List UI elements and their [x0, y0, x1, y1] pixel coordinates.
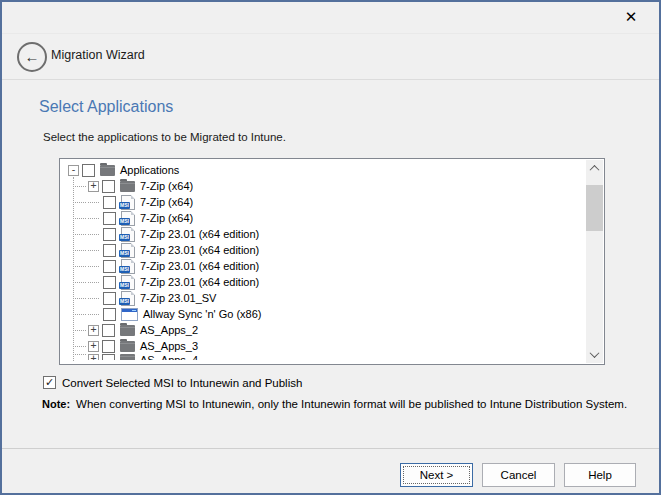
- tree-connector: [73, 186, 86, 187]
- tree-connector: [73, 218, 86, 219]
- tree-row[interactable]: + AS_Apps_2: [62, 322, 585, 338]
- tree-item-label: AS_Apps_2: [140, 324, 198, 336]
- expander-box: [88, 266, 99, 267]
- tree-item-checkbox[interactable]: [103, 260, 116, 273]
- wizard-header: ← Migration Wizard: [2, 34, 659, 80]
- collapse-minus-icon[interactable]: -: [68, 165, 79, 176]
- tree-item-checkbox[interactable]: [102, 324, 115, 337]
- tree-row[interactable]: 7-Zip 23.01 (x64 edition): [62, 242, 585, 258]
- tree-item-label: Allway Sync 'n' Go (x86): [143, 308, 262, 320]
- instruction-text: Select the applications to be Migrated t…: [43, 131, 286, 143]
- checkmark-icon: ✓: [45, 377, 54, 388]
- tree-item-checkbox[interactable]: [103, 244, 116, 257]
- tree-row[interactable]: 7-Zip 23.01 (x64 edition): [62, 226, 585, 242]
- chevron-down-icon: [590, 348, 600, 358]
- scroll-up-button[interactable]: [586, 160, 603, 177]
- msi-icon: [121, 211, 135, 226]
- page-title: Select Applications: [39, 98, 173, 116]
- expand-plus-icon[interactable]: +: [88, 354, 99, 360]
- tree-item-label: 7-Zip (x64): [140, 196, 193, 208]
- tree-connector: [73, 298, 86, 299]
- wizard-title: Migration Wizard: [51, 48, 145, 62]
- tree-item-checkbox[interactable]: [102, 354, 115, 360]
- scroll-down-button[interactable]: [586, 346, 603, 363]
- folder-icon: [120, 325, 135, 336]
- tree-row[interactable]: - Applications: [62, 162, 585, 178]
- tree-connector: [73, 282, 86, 283]
- button-bar-separator: [2, 448, 659, 449]
- tree-item-checkbox[interactable]: [103, 196, 116, 209]
- expander-box: [88, 298, 99, 299]
- folder-icon: [120, 354, 135, 360]
- close-button[interactable]: ✕: [615, 4, 647, 30]
- msi-icon: [121, 195, 135, 210]
- tree-item-label: 7-Zip (x64): [140, 180, 193, 192]
- msi-icon: [121, 243, 135, 258]
- expand-plus-icon[interactable]: +: [88, 325, 99, 336]
- tree-item-checkbox[interactable]: [103, 228, 116, 241]
- convert-checkbox[interactable]: ✓: [43, 376, 56, 389]
- tree-row[interactable]: 7-Zip (x64): [62, 210, 585, 226]
- convert-checkbox-label[interactable]: Convert Selected MSI to Intunewin and Pu…: [62, 377, 302, 389]
- tree-item-checkbox[interactable]: [102, 340, 115, 353]
- migration-wizard-window: ✕ ← Migration Wizard Select Applications…: [0, 0, 661, 495]
- expander-box: [88, 282, 99, 283]
- tree-item-checkbox[interactable]: [103, 292, 116, 305]
- tree-connector: [73, 314, 86, 315]
- tree-item-label: 7-Zip 23.01 (x64 edition): [140, 260, 259, 272]
- msi-icon: [121, 275, 135, 290]
- tree-connector: [73, 250, 86, 251]
- tree-row[interactable]: 7-Zip 23.01 (x64 edition): [62, 258, 585, 274]
- expander-box: [88, 234, 99, 235]
- tree-row[interactable]: + 7-Zip (x64): [62, 178, 585, 194]
- tree-connector: [73, 234, 86, 235]
- expander-box: [88, 250, 99, 251]
- expand-plus-icon[interactable]: +: [88, 341, 99, 352]
- tree-row[interactable]: 7-Zip 23.01 (x64 edition): [62, 274, 585, 290]
- tree-item-checkbox[interactable]: [103, 212, 116, 225]
- scrollbar-thumb[interactable]: [586, 185, 603, 231]
- help-button[interactable]: Help: [564, 463, 636, 487]
- tree-item-checkbox[interactable]: [82, 164, 95, 177]
- title-bar: ✕: [2, 2, 659, 34]
- tree-row[interactable]: 7-Zip 23.01_SV: [62, 290, 585, 306]
- convert-option-row: ✓ Convert Selected MSI to Intunewin and …: [43, 376, 302, 389]
- tree-item-label: Applications: [120, 164, 179, 176]
- tree-row[interactable]: + AS_Apps_3: [62, 338, 585, 354]
- tree-item-label: 7-Zip 23.01 (x64 edition): [140, 244, 259, 256]
- tree-connector: [73, 266, 86, 267]
- next-button[interactable]: Next >: [400, 463, 473, 487]
- note-body: When converting MSI to Intunewin, only t…: [76, 398, 627, 410]
- back-arrow-icon: ←: [25, 49, 40, 64]
- tree-item-label: 7-Zip 23.01 (x64 edition): [140, 228, 259, 240]
- chevron-up-icon: [590, 165, 600, 175]
- expand-plus-icon[interactable]: +: [88, 181, 99, 192]
- tree-item-label: AS_Apps_3: [140, 340, 198, 352]
- expander-box: [88, 202, 99, 203]
- tree-row[interactable]: 7-Zip (x64): [62, 194, 585, 210]
- app-icon: [121, 308, 138, 321]
- note-text: Note:When converting MSI to Intunewin, o…: [42, 398, 627, 410]
- tree-item-label: 7-Zip 23.01 (x64 edition): [140, 276, 259, 288]
- tree-item-checkbox[interactable]: [102, 180, 115, 193]
- app-tree: - Applications + 7-Zip (x64) 7-Zip (x64)…: [62, 162, 585, 362]
- applications-listbox: - Applications + 7-Zip (x64) 7-Zip (x64)…: [59, 158, 605, 365]
- msi-icon: [121, 227, 135, 242]
- tree-row[interactable]: + AS_Apps_4: [62, 354, 585, 360]
- vertical-scrollbar[interactable]: [586, 160, 603, 363]
- expander-box: [88, 314, 99, 315]
- tree-item-checkbox[interactable]: [103, 276, 116, 289]
- back-button[interactable]: ←: [17, 42, 47, 72]
- tree-connector: [73, 202, 86, 203]
- tree-item-label: AS_Apps_4: [140, 354, 198, 360]
- msi-icon: [121, 259, 135, 274]
- tree-row[interactable]: Allway Sync 'n' Go (x86): [62, 306, 585, 322]
- tree-connector: [73, 346, 86, 347]
- tree-connector: [73, 330, 86, 331]
- cancel-button[interactable]: Cancel: [482, 463, 555, 487]
- msi-icon: [121, 291, 135, 306]
- expander-box: [88, 218, 99, 219]
- note-label: Note:: [42, 398, 70, 410]
- tree-item-checkbox[interactable]: [103, 308, 116, 321]
- close-icon: ✕: [625, 8, 638, 26]
